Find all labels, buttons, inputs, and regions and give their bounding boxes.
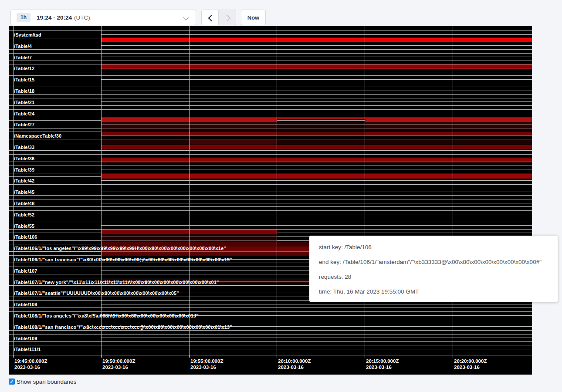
- span-boundary-line: [9, 117, 532, 117]
- tooltip-requests: requests: 28: [319, 273, 558, 281]
- show-span-boundaries-row: ✓ Show span boundaries: [9, 378, 76, 385]
- time-gridline: [365, 26, 365, 355]
- span-boundary-line: [101, 101, 532, 102]
- span-boundary-line: [9, 139, 532, 139]
- span-boundary-line: [9, 49, 532, 50]
- span-boundary-line: [9, 105, 532, 106]
- span-boundary-line: [9, 353, 532, 353]
- span-boundary-line: [101, 34, 532, 35]
- span-tooltip: start key: /Table/106 end key: /Table/10…: [309, 236, 558, 302]
- tooltip-time: time: Thu, 16 Mar 2023 19:55:00 GMT: [319, 287, 558, 296]
- show-span-boundaries-checkbox[interactable]: ✓: [9, 378, 15, 385]
- span-boundary-line: [101, 91, 532, 91]
- axis-date-label: 2023-03-16: [190, 364, 216, 370]
- span-boundary-line: [101, 169, 532, 169]
- time-gridline: [101, 26, 102, 355]
- axis-tick: [189, 355, 190, 358]
- row-label: /Table/111/1: [14, 347, 41, 352]
- prev-time-button[interactable]: [201, 10, 219, 25]
- axis-time-label: 20:15:00.000Z: [366, 358, 399, 364]
- span-boundary-line: [101, 135, 532, 136]
- span-boundary-line: [9, 341, 532, 342]
- span-boundary-line: [9, 94, 532, 95]
- axis-time-label: 20:20:00.000Z: [454, 358, 487, 364]
- row-label: /Table/21: [14, 100, 34, 105]
- time-range-label: 19:24 - 20:24: [37, 14, 72, 21]
- span-boundary-line: [9, 355, 532, 355]
- span-boundary-line: [9, 109, 532, 110]
- hot-span-cell: [277, 140, 532, 145]
- axis-tick: [13, 355, 14, 358]
- span-boundary-line: [101, 304, 532, 304]
- axis-tick: [365, 355, 365, 358]
- axis-time-label: 20:10:00.000Z: [278, 358, 311, 364]
- next-time-button[interactable]: [219, 10, 236, 25]
- row-label: /Table/27: [14, 122, 34, 127]
- span-boundary-line: [101, 124, 532, 125]
- span-boundary-line: [101, 349, 532, 349]
- row-label: /Table/55: [14, 223, 34, 229]
- span-boundary-line: [9, 195, 532, 196]
- row-label: /Table/12: [14, 66, 34, 71]
- row-label: /Table/108/1/"los angeles"/"\xa8\xf5\u00…: [14, 313, 199, 318]
- time-preset-badge: 1h: [17, 13, 30, 22]
- span-boundary-line: [101, 45, 532, 46]
- row-label: /Table/4: [14, 44, 32, 49]
- row-label: /Table/52: [14, 212, 34, 217]
- span-boundary-line: [9, 308, 532, 308]
- show-span-boundaries-label[interactable]: Show span boundaries: [17, 378, 76, 385]
- chevron-down-icon: [183, 15, 189, 20]
- span-boundary-line: [9, 154, 532, 155]
- axis-date-label: 2023-03-16: [278, 364, 304, 370]
- hot-span-cell: [101, 38, 532, 42]
- span-boundary-line: [101, 203, 532, 203]
- span-boundary-line: [101, 147, 532, 147]
- time-range-dropdown[interactable]: 1h 19:24 - 20:24 (UTC): [10, 10, 196, 25]
- axis-date-label: 2023-03-16: [366, 364, 392, 370]
- hot-span-cell: [101, 145, 532, 149]
- span-boundary-line: [9, 128, 532, 128]
- row-label: /Table/108/1/"san francisco"/"\x8c\xcc\x…: [14, 324, 232, 330]
- span-boundary-line: [9, 150, 532, 151]
- row-label: /Table/109: [14, 336, 37, 341]
- now-button[interactable]: Now: [241, 10, 266, 25]
- tooltip-end-key: end key: /Table/106/1/"amsterdam"/"\xb33…: [319, 258, 558, 267]
- row-label: /Table/7: [14, 55, 32, 60]
- checkmark-icon: ✓: [10, 378, 14, 385]
- row-label: /Table/106/1/"los angeles"/"\x99\x99\x99…: [14, 246, 226, 251]
- span-boundary-line: [101, 225, 532, 226]
- row-label: /System/tsd: [14, 32, 41, 37]
- row-label: /Table/45: [14, 189, 34, 195]
- span-boundary-line: [9, 206, 532, 207]
- row-label: /Table/48: [14, 201, 34, 206]
- axis-tick: [101, 355, 102, 358]
- row-label: /Table/18: [14, 88, 34, 94]
- span-boundary-line: [9, 210, 532, 211]
- row-label: /Table/15: [14, 77, 34, 82]
- span-boundary-line: [9, 229, 532, 230]
- span-boundary-line: [101, 180, 532, 181]
- row-label: /Table/108: [14, 302, 37, 307]
- span-boundary-line: [9, 222, 532, 222]
- key-visualizer-heatmap[interactable]: /System/tsd/Table/4/Table/7/Table/12/Tab…: [9, 26, 532, 375]
- hot-span-cell: [365, 117, 532, 122]
- time-pager: [201, 10, 236, 25]
- span-boundary-line: [9, 323, 532, 323]
- row-label: /Table/36: [14, 156, 34, 161]
- span-boundary-line: [9, 311, 532, 312]
- span-boundary-line: [9, 38, 532, 38]
- span-boundary-line: [9, 199, 532, 199]
- span-boundary-line: [9, 98, 532, 98]
- span-boundary-line: [9, 218, 532, 218]
- hot-span-cell: [190, 140, 277, 145]
- span-boundary-line: [101, 214, 532, 214]
- row-label: /Table/24: [14, 111, 34, 116]
- span-boundary-line: [101, 338, 532, 338]
- span-boundary-line: [101, 68, 532, 68]
- span-boundary-line: [9, 30, 532, 31]
- hot-span-cell: [101, 174, 532, 179]
- timezone-label: (UTC): [74, 14, 90, 21]
- row-label: /Table/107/1/"seattle"/"UUUUUUD\x00\x80\…: [14, 291, 179, 296]
- axis-date-label: 2023-03-16: [102, 364, 128, 370]
- toolbar: 1h 19:24 - 20:24 (UTC) Now: [0, 0, 562, 26]
